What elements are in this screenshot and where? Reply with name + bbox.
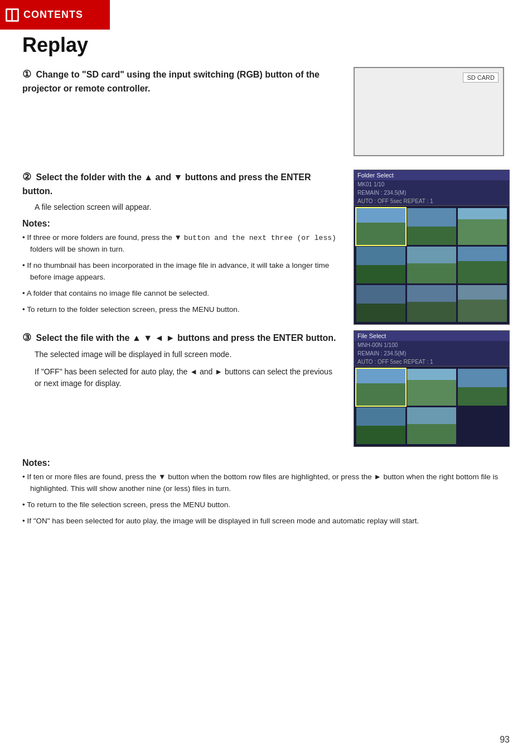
file-thumb-3 [458, 369, 507, 406]
thumb-8 [407, 285, 456, 322]
thumb-7 [356, 285, 405, 322]
step1-heading-text: Change to "SD card" using the input swit… [22, 70, 320, 93]
sdcard-screen: SD CARD [354, 67, 504, 156]
contents-bar: CONTENTS [0, 0, 110, 30]
main-content: Replay ① Change to "SD card" using the i… [0, 0, 532, 554]
folder-thumbnail-grid [354, 206, 509, 324]
step2-note-3: A folder that contains no image file can… [22, 288, 340, 300]
file-thumb-4 [356, 407, 405, 444]
thumb-9 [458, 285, 507, 322]
step2-area: ② Select the folder with the ▲ and ▼ but… [22, 170, 510, 325]
step2-note-2: If no thumbnail has been incorporated in… [22, 260, 340, 283]
step2-heading: ② Select the folder with the ▲ and ▼ but… [22, 170, 340, 198]
step1-left: ① Change to "SD card" using the input sw… [22, 67, 340, 99]
folder-title-bar: Folder Select [354, 170, 509, 180]
folder-select-screen: Folder Select MK01 1/10 REMAIN : 234.5(M… [354, 170, 510, 325]
bottom-notes-list: If ten or more files are found, press th… [22, 471, 510, 527]
thumb-6 [458, 247, 507, 283]
thumb-5 [407, 247, 456, 283]
file-thumb-empty [458, 407, 507, 444]
step3-heading-text: Select the file with the ▲ ▼ ◄ ► buttons… [36, 333, 336, 343]
svg-rect-2 [13, 10, 17, 20]
book-icon [4, 7, 20, 23]
bottom-note-1: If ten or more files are found, press th… [22, 471, 510, 495]
file-thumb-5 [407, 407, 456, 444]
step2-notes-heading: Notes: [22, 219, 340, 229]
file-title-bar: File Select [354, 331, 509, 341]
thumb-2 [407, 208, 456, 245]
step1: ① Change to "SD card" using the input sw… [22, 67, 510, 156]
step3-right: File Select MNH-00N 1/100 REMAIN : 234.5… [354, 330, 510, 447]
step2-notes-list: If three or more folders are found, pres… [22, 232, 340, 316]
file-info-line2: REMAIN : 234.5(M) [354, 349, 509, 358]
svg-rect-1 [7, 10, 12, 20]
bottom-note-2: To return to the file selection screen, … [22, 499, 510, 511]
bottom-note-3: If "ON" has been selected for auto play,… [22, 516, 510, 527]
step1-number: ① [22, 67, 31, 82]
file-thumb-1 [356, 369, 405, 406]
step1-heading: ① Change to "SD card" using the input sw… [22, 67, 340, 95]
file-thumbnail-grid [354, 367, 509, 446]
page-title: Replay [22, 33, 510, 57]
step3-heading: ③ Select the file with the ▲ ▼ ◄ ► butto… [22, 330, 340, 345]
thumb-1 [356, 208, 405, 245]
step2-heading-text: Select the folder with the ▲ and ▼ butto… [22, 172, 311, 196]
bottom-notes-heading: Notes: [22, 458, 510, 468]
step2-note-1: If three or more folders are found, pres… [22, 232, 340, 256]
folder-info-line1: MK01 1/10 [354, 180, 509, 189]
file-select-screen: File Select MNH-00N 1/100 REMAIN : 234.5… [354, 330, 510, 447]
step3-left: ③ Select the file with the ▲ ▼ ◄ ► butto… [22, 330, 340, 395]
step1-screen: SD CARD [354, 67, 510, 156]
folder-info-line2: REMAIN : 234.5(M) [354, 189, 509, 197]
thumb-3 [458, 208, 507, 245]
step2-right: Folder Select MK01 1/10 REMAIN : 234.5(M… [354, 170, 510, 325]
step2-note-4: To return to the folder selection screen… [22, 304, 340, 316]
file-info-line1: MNH-00N 1/100 [354, 341, 509, 349]
contents-label: CONTENTS [23, 9, 83, 21]
sdcard-label: SD CARD [463, 73, 499, 83]
step3-desc1: The selected image will be displayed in … [35, 349, 340, 360]
step3-number: ③ [22, 330, 31, 345]
thumb-4 [356, 247, 405, 283]
step2-left: ② Select the folder with the ▲ and ▼ but… [22, 170, 340, 320]
file-controls: AUTO : OFF 5sec REPEAT : 1 [354, 358, 509, 367]
step2-number: ② [22, 170, 31, 185]
bottom-notes-section: Notes: If ten or more files are found, p… [22, 458, 510, 527]
file-thumb-2 [407, 369, 456, 406]
step2-description: A file selection screen will appear. [35, 201, 340, 213]
step3-desc2: If "OFF" has been selected for auto play… [35, 366, 340, 389]
folder-controls: AUTO : OFF 5sec REPEAT : 1 [354, 197, 509, 206]
page-number: 93 [500, 735, 510, 745]
step3-container: ③ Select the file with the ▲ ▼ ◄ ► butto… [22, 330, 510, 447]
